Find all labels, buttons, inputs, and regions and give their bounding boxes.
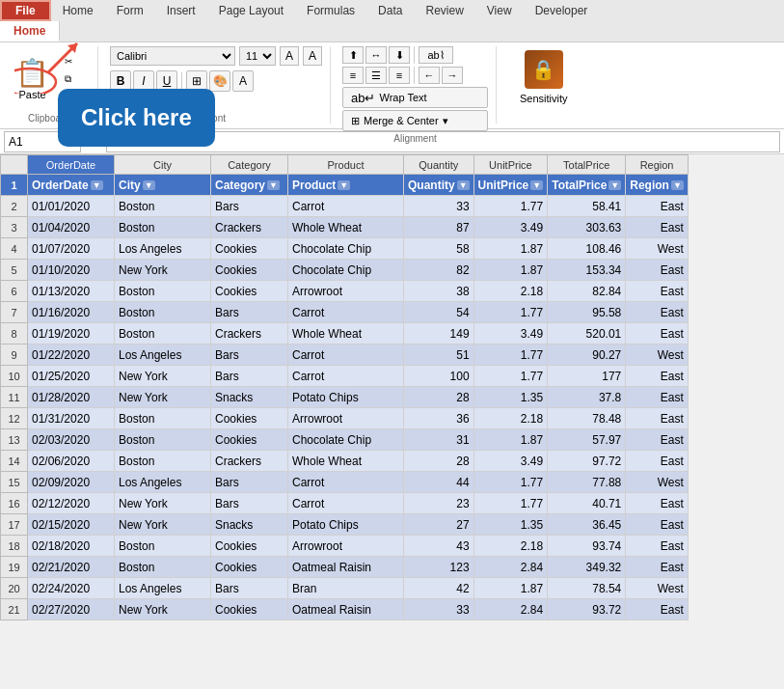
cell[interactable]: Whole Wheat bbox=[288, 451, 404, 472]
menu-form[interactable]: Form bbox=[105, 2, 155, 19]
cell[interactable]: Arrowroot bbox=[288, 281, 404, 302]
cell[interactable]: East bbox=[626, 536, 689, 557]
cell[interactable]: 44 bbox=[404, 472, 474, 493]
cell[interactable]: East bbox=[626, 557, 689, 578]
cell[interactable]: Boston bbox=[115, 408, 211, 429]
menu-data[interactable]: Data bbox=[366, 2, 414, 19]
cell[interactable]: UnitPrice ▼ bbox=[473, 175, 548, 196]
cell[interactable]: Cookies bbox=[211, 536, 288, 557]
cell[interactable]: 01/25/2020 bbox=[28, 366, 115, 387]
font-size-increase[interactable]: A bbox=[280, 46, 299, 66]
cell[interactable]: TotalPrice ▼ bbox=[548, 175, 626, 196]
cell[interactable]: 01/04/2020 bbox=[28, 217, 115, 238]
cell[interactable]: City ▼ bbox=[115, 175, 211, 196]
cell[interactable]: 02/27/2020 bbox=[28, 599, 115, 620]
cell[interactable]: Oatmeal Raisin bbox=[288, 557, 404, 578]
cell[interactable]: Potato Chips bbox=[288, 514, 404, 536]
cell[interactable]: Carrot bbox=[288, 196, 404, 217]
cell[interactable]: Carrot bbox=[288, 366, 404, 387]
cell[interactable]: Snacks bbox=[211, 387, 288, 408]
cell[interactable]: 02/12/2020 bbox=[28, 493, 115, 514]
cell[interactable]: Bars bbox=[211, 578, 288, 599]
cell[interactable]: 78.54 bbox=[548, 578, 626, 599]
cell[interactable]: West bbox=[626, 238, 689, 260]
wrap-text-button[interactable]: ab↵ Wrap Text bbox=[342, 87, 488, 108]
col-header-g[interactable]: TotalPrice bbox=[548, 155, 626, 175]
filter-arrow-d[interactable]: ▼ bbox=[338, 180, 350, 190]
cell[interactable]: 36 bbox=[404, 408, 474, 429]
cell[interactable]: 82 bbox=[404, 260, 474, 281]
cell[interactable]: 01/19/2020 bbox=[28, 323, 115, 344]
cell[interactable]: 27 bbox=[404, 514, 474, 536]
col-header-e[interactable]: Quantity bbox=[404, 155, 474, 175]
cell[interactable]: 349.32 bbox=[548, 557, 626, 578]
cell[interactable]: 1.77 bbox=[473, 366, 548, 387]
menu-view[interactable]: View bbox=[475, 2, 524, 19]
cell[interactable]: 57.97 bbox=[548, 429, 626, 451]
cell[interactable]: 38 bbox=[404, 281, 474, 302]
cell[interactable]: 303.63 bbox=[548, 217, 626, 238]
cell[interactable]: Chocolate Chip bbox=[288, 260, 404, 281]
cell[interactable]: East bbox=[626, 387, 689, 408]
cell[interactable]: Bars bbox=[211, 472, 288, 493]
cell[interactable]: East bbox=[626, 281, 689, 302]
cell[interactable]: West bbox=[626, 578, 689, 599]
col-header-f[interactable]: UnitPrice bbox=[473, 155, 548, 175]
cell[interactable]: 33 bbox=[404, 196, 474, 217]
cell[interactable]: Whole Wheat bbox=[288, 217, 404, 238]
cell[interactable]: 54 bbox=[404, 302, 474, 323]
cell[interactable]: 2.18 bbox=[473, 536, 548, 557]
cell[interactable]: 01/16/2020 bbox=[28, 302, 115, 323]
cell[interactable]: Cookies bbox=[211, 260, 288, 281]
cell[interactable]: 2.18 bbox=[473, 408, 548, 429]
cell[interactable]: Region ▼ bbox=[626, 175, 689, 196]
cell[interactable]: Carrot bbox=[288, 472, 404, 493]
cell[interactable]: 520.01 bbox=[548, 323, 626, 344]
menu-home[interactable]: Home bbox=[51, 2, 105, 19]
cell[interactable]: West bbox=[626, 472, 689, 493]
cell[interactable]: 100 bbox=[404, 366, 474, 387]
filter-arrow-b[interactable]: ▼ bbox=[143, 180, 155, 190]
cell[interactable]: 1.77 bbox=[473, 344, 548, 366]
menu-pagelayout[interactable]: Page Layout bbox=[207, 2, 295, 19]
font-color-button[interactable]: A bbox=[232, 70, 254, 92]
cell[interactable]: 01/10/2020 bbox=[28, 260, 115, 281]
cell[interactable]: New York bbox=[115, 599, 211, 620]
cell[interactable]: 1.87 bbox=[473, 260, 548, 281]
cell[interactable]: 28 bbox=[404, 387, 474, 408]
col-header-h[interactable]: Region bbox=[626, 155, 689, 175]
cell[interactable]: East bbox=[626, 323, 689, 344]
cell[interactable]: East bbox=[626, 429, 689, 451]
cell[interactable]: New York bbox=[115, 387, 211, 408]
cell[interactable]: 02/06/2020 bbox=[28, 451, 115, 472]
menu-developer[interactable]: Developer bbox=[524, 2, 600, 19]
cell[interactable]: New York bbox=[115, 493, 211, 514]
cell[interactable]: 01/31/2020 bbox=[28, 408, 115, 429]
cell[interactable]: Boston bbox=[115, 323, 211, 344]
align-center-button[interactable]: ☰ bbox=[365, 67, 387, 84]
cell[interactable]: 3.49 bbox=[473, 217, 548, 238]
menu-review[interactable]: Review bbox=[414, 2, 474, 19]
filter-arrow-a[interactable]: ▼ bbox=[91, 180, 103, 190]
cell[interactable]: 02/09/2020 bbox=[28, 472, 115, 493]
merge-center-button[interactable]: ⊞ Merge & Center ▾ bbox=[342, 110, 488, 131]
cell[interactable]: 02/18/2020 bbox=[28, 536, 115, 557]
cell[interactable]: 93.74 bbox=[548, 536, 626, 557]
cell[interactable]: 2.84 bbox=[473, 599, 548, 620]
cell[interactable]: 36.45 bbox=[548, 514, 626, 536]
cell[interactable]: West bbox=[626, 344, 689, 366]
col-header-d[interactable]: Product bbox=[288, 155, 404, 175]
cell[interactable]: 23 bbox=[404, 493, 474, 514]
cell[interactable]: 02/21/2020 bbox=[28, 557, 115, 578]
cell[interactable]: Arrowroot bbox=[288, 408, 404, 429]
cell[interactable]: 1.77 bbox=[473, 472, 548, 493]
indent-increase-button[interactable]: → bbox=[442, 67, 463, 84]
cell[interactable]: 58 bbox=[404, 238, 474, 260]
cell[interactable]: Crackers bbox=[211, 217, 288, 238]
cell[interactable]: 153.34 bbox=[548, 260, 626, 281]
cell[interactable]: 01/22/2020 bbox=[28, 344, 115, 366]
cell[interactable]: Category ▼ bbox=[211, 175, 288, 196]
cell[interactable]: 33 bbox=[404, 599, 474, 620]
font-size-select[interactable]: 11 bbox=[239, 46, 276, 66]
cell[interactable]: Boston bbox=[115, 281, 211, 302]
